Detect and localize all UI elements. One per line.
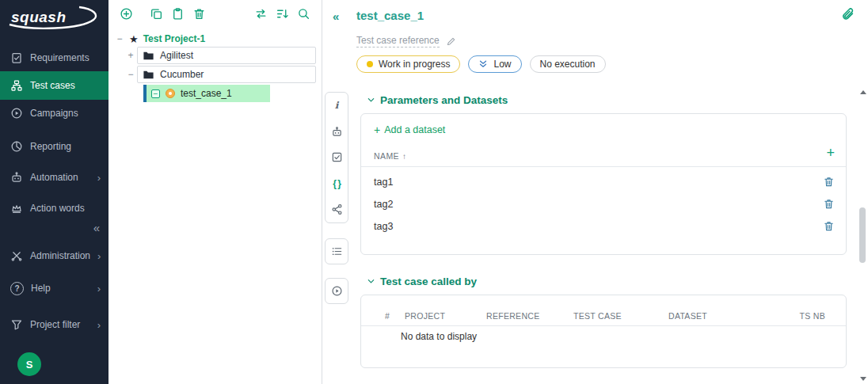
reference-row: Test case reference <box>356 35 456 48</box>
collapse-expander-icon[interactable]: − <box>126 70 135 79</box>
collapse-expander-icon[interactable]: − <box>115 34 124 44</box>
administration-tools-icon <box>10 249 23 262</box>
sidebar-item-test-cases[interactable]: Test cases <box>0 71 108 100</box>
sidebar-item-campaigns[interactable]: Campaigns <box>0 99 108 127</box>
delete-dataset-button[interactable] <box>823 198 835 210</box>
tree-node-test-case-selected[interactable]: − test_case_1 <box>143 85 270 102</box>
called-by-card: # PROJECT REFERENCE TEST CASE DATASET TS… <box>360 295 847 368</box>
tab-automation[interactable] <box>326 119 348 145</box>
importance-badge[interactable]: Low <box>468 55 521 73</box>
filter-funnel-icon <box>10 318 23 331</box>
trash-icon <box>192 7 206 21</box>
tab-information[interactable]: i <box>326 93 348 119</box>
plus-icon: + <box>374 125 380 135</box>
executions-tab-strip <box>325 278 348 304</box>
sidebar-item-help[interactable]: ? Help › <box>0 274 108 302</box>
sidebar-collapse-button[interactable]: « <box>93 222 100 234</box>
status-badge[interactable]: Work in progress <box>356 55 460 73</box>
test-case-icon-dot <box>169 92 172 95</box>
folder-row[interactable]: Cucumber <box>137 66 316 83</box>
vertical-scrollbar[interactable] <box>858 87 868 384</box>
transfer-arrows-icon <box>254 7 268 21</box>
squash-logo[interactable]: squash <box>5 3 105 33</box>
sidebar-item-administration[interactable]: Administration › <box>0 241 108 270</box>
section-title: Parameters and Datasets <box>380 94 508 106</box>
add-parameter-button[interactable]: + <box>826 146 835 160</box>
sort-button[interactable] <box>272 3 293 24</box>
tree-panel: − ★ Test Project-1 + Agilitest − Cucumbe… <box>108 0 322 384</box>
share-icon <box>331 203 343 215</box>
chevron-down-icon <box>367 277 375 286</box>
sidebar-item-label: Campaigns <box>30 108 78 119</box>
chevron-down-icon <box>367 96 375 105</box>
section-parameters-header[interactable]: Parameters and Datasets <box>367 94 508 106</box>
user-avatar[interactable]: S <box>17 352 41 376</box>
import-export-button[interactable] <box>250 3 272 24</box>
copy-button[interactable] <box>146 3 167 24</box>
sidebar: squash Requirements Test cases Campaigns <box>0 0 108 384</box>
paperclip-icon <box>841 7 855 21</box>
tree-node-folder-agilitest[interactable]: + Agilitest <box>126 47 316 64</box>
sidebar-item-reporting[interactable]: Reporting <box>0 132 108 161</box>
test-case-icon <box>166 89 175 98</box>
scroll-up-arrow-icon[interactable] <box>860 90 866 94</box>
tab-parameters[interactable]: { } <box>326 170 348 196</box>
status-dot-icon <box>367 61 373 67</box>
execution-label: No execution <box>540 59 596 70</box>
name-header-label: NAME <box>374 151 399 161</box>
table-header-divider <box>361 325 846 326</box>
sidebar-item-label: Help <box>31 283 51 294</box>
table-header-divider <box>361 166 846 167</box>
add-dataset-button[interactable]: + Add a dataset <box>374 124 445 135</box>
delete-node-button[interactable] <box>188 3 210 24</box>
dataset-row[interactable]: tag3 <box>361 215 846 238</box>
tab-executions[interactable] <box>326 279 348 303</box>
search-button[interactable] <box>293 3 314 24</box>
sort-icon <box>276 7 289 21</box>
collapse-expander-icon[interactable]: − <box>151 89 160 98</box>
robot-icon <box>331 126 343 138</box>
section-called-by-header[interactable]: Test case called by <box>367 276 477 287</box>
scroll-down-arrow-icon[interactable] <box>860 377 866 381</box>
tree-node-folder-cucumber[interactable]: − Cucumber <box>126 66 316 83</box>
expand-expander-icon[interactable]: + <box>126 51 135 60</box>
execution-status-badge[interactable]: No execution <box>530 55 606 73</box>
paste-button[interactable] <box>167 3 188 24</box>
sidebar-item-automation[interactable]: Automation › <box>0 163 108 192</box>
sidebar-item-requirements[interactable]: Requirements <box>0 44 108 72</box>
add-node-button[interactable] <box>116 3 137 24</box>
attachments-button[interactable] <box>841 7 855 21</box>
delete-dataset-button[interactable] <box>823 220 835 232</box>
sidebar-item-project-filter[interactable]: Project filter › <box>0 310 108 339</box>
campaigns-icon <box>10 107 23 120</box>
action-words-icon <box>10 202 23 215</box>
empty-table-message: No data to display <box>401 331 477 342</box>
search-icon <box>297 7 310 21</box>
folder-row[interactable]: Agilitest <box>137 47 316 64</box>
project-label: Test Project-1 <box>143 33 205 44</box>
dataset-row[interactable]: tag2 <box>361 193 846 215</box>
scrollbar-thumb[interactable] <box>859 207 866 263</box>
test-case-reference-field[interactable]: Test case reference <box>356 35 440 48</box>
tab-verification[interactable] <box>326 145 348 171</box>
history-tab-strip <box>325 238 348 264</box>
chevron-right-icon: › <box>97 283 101 295</box>
dataset-row[interactable]: tag1 <box>361 171 846 193</box>
tab-called-by[interactable] <box>326 196 348 222</box>
chevron-right-icon: › <box>97 172 101 184</box>
sidebar-item-label: Action words <box>30 203 85 214</box>
paste-clipboard-icon <box>171 7 185 21</box>
collapse-left-icon: « <box>333 10 339 23</box>
edit-reference-button[interactable] <box>446 36 456 47</box>
tab-history[interactable] <box>326 239 348 264</box>
dataset-name: tag2 <box>374 199 393 210</box>
logo-text: squash <box>11 9 67 26</box>
delete-dataset-button[interactable] <box>823 176 835 188</box>
selected-row[interactable]: − test_case_1 <box>147 85 270 102</box>
collapse-panel-button[interactable]: « <box>333 10 339 23</box>
tree-node-project[interactable]: − ★ Test Project-1 <box>115 30 205 48</box>
sidebar-item-action-words[interactable]: Action words <box>0 194 108 222</box>
column-header: REFERENCE <box>486 311 539 321</box>
name-column-header[interactable]: NAME ↑ <box>374 151 406 161</box>
add-dataset-label: Add a dataset <box>384 124 445 135</box>
